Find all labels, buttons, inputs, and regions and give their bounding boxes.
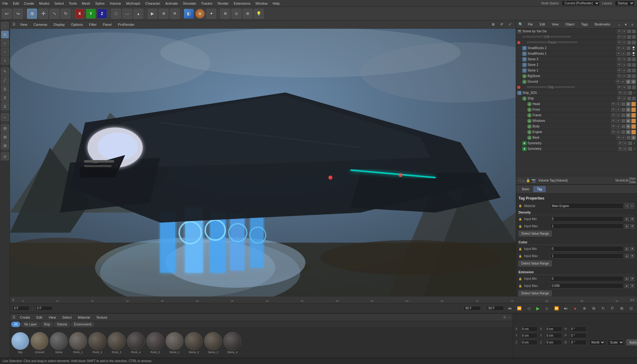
node-space-select[interactable]: Current (ProRender) bbox=[562, 1, 600, 6]
redo-btn[interactable]: ↪ bbox=[13, 9, 23, 19]
rp-tab-edit[interactable]: Edit bbox=[537, 22, 547, 27]
material-arrow-right[interactable]: ▷ bbox=[630, 203, 635, 209]
rend-icon-front[interactable]: ● bbox=[616, 108, 621, 112]
view-cube-btn[interactable]: ◧ bbox=[184, 9, 194, 19]
attr-tab-basic[interactable]: Basic bbox=[518, 186, 533, 192]
obj-row-back[interactable]: △Back👁●▦ bbox=[516, 135, 637, 141]
vp-layout-btn[interactable]: ⊞ bbox=[490, 22, 496, 27]
rend-icon-scene[interactable]: ● bbox=[622, 29, 626, 34]
spinner-up-2[interactable]: ▲ bbox=[625, 224, 629, 228]
menu-item-render[interactable]: Render bbox=[217, 2, 229, 5]
left-tool-layer1[interactable]: ▤ bbox=[1, 124, 9, 132]
coord-y-input[interactable] bbox=[520, 333, 537, 338]
rend-icon-vdb_sep[interactable]: ● bbox=[622, 35, 626, 39]
vt-panel[interactable]: Panel bbox=[101, 22, 114, 27]
spinner-down-1[interactable]: ▼ bbox=[630, 217, 635, 221]
spinner-down-5[interactable]: ▼ bbox=[630, 277, 635, 281]
spinner-down-6[interactable]: ▼ bbox=[630, 284, 635, 288]
attr-userdata-tab[interactable]: User Data bbox=[630, 177, 635, 183]
menu-item-spline[interactable]: Spline bbox=[95, 2, 105, 5]
rotate-tool-btn[interactable]: ↻ bbox=[61, 9, 71, 19]
coord-b-input[interactable] bbox=[570, 340, 587, 345]
vt-prorender[interactable]: ProRender bbox=[116, 22, 136, 27]
axis-x-btn[interactable]: X bbox=[75, 9, 85, 19]
tl-prev-frame[interactable]: ◁ bbox=[525, 305, 532, 312]
rp-tab-bookmarks[interactable]: Bookmarks bbox=[592, 22, 613, 27]
rend-icon-head[interactable]: ● bbox=[616, 102, 621, 106]
detect-range-btn-3[interactable]: Detect Value Range bbox=[518, 290, 552, 296]
tl-record[interactable]: ● bbox=[572, 305, 579, 312]
emission-input-min-field[interactable] bbox=[550, 276, 623, 281]
start-frame-input[interactable] bbox=[35, 306, 53, 311]
emission-input-max-field[interactable] bbox=[550, 283, 623, 288]
obj-row-vdb_sep[interactable]: =========== VDB ===========👁● bbox=[516, 34, 637, 40]
mat-menu-icon[interactable]: ☰ bbox=[12, 315, 16, 319]
vis-icon-ship_sep[interactable]: 👁 bbox=[617, 85, 621, 90]
settings-btn[interactable]: ⚙ bbox=[243, 9, 253, 19]
rend-icon-ship_null[interactable]: ● bbox=[622, 96, 626, 101]
menu-item-window[interactable]: Window bbox=[255, 2, 267, 5]
render-btn[interactable]: ▶ bbox=[147, 9, 157, 19]
menu-item-create[interactable]: Create bbox=[24, 2, 34, 5]
attr-mode-tab[interactable]: Mode bbox=[616, 177, 622, 183]
menu-item-file[interactable]: File bbox=[2, 2, 8, 5]
input-min-field-1[interactable] bbox=[550, 216, 623, 222]
menu-item-edit[interactable]: Edit bbox=[13, 2, 19, 5]
menu-item-character[interactable]: Character bbox=[145, 2, 160, 5]
vis-icon-symmetry2[interactable]: 👁 bbox=[618, 147, 622, 151]
obj-row-symmetry2[interactable]: ◈Symmetry👁●✓ bbox=[516, 146, 637, 152]
vt-cameras[interactable]: Cameras bbox=[32, 22, 49, 27]
coord-y2-input[interactable] bbox=[545, 333, 562, 338]
left-tool-layer3[interactable]: ▤ bbox=[1, 141, 9, 150]
attr-nav-camera[interactable]: 📷 bbox=[532, 178, 536, 182]
mat-edit[interactable]: Edit bbox=[35, 315, 44, 320]
coord-p-input[interactable] bbox=[570, 333, 587, 338]
tl-timeline-btn[interactable]: ⊞ bbox=[618, 305, 625, 312]
mat-texture[interactable]: Texture bbox=[94, 315, 109, 320]
vt-display[interactable]: Display bbox=[52, 22, 67, 27]
obj-row-symmetry1[interactable]: ◈Symmetry👁●✓ bbox=[516, 141, 637, 146]
attr-nav-back[interactable]: ◁ bbox=[518, 178, 521, 182]
obj-row-body[interactable]: △Body👁●▦ bbox=[516, 124, 637, 129]
vis-icon-stone3[interactable]: 👁 bbox=[617, 57, 621, 62]
axis-z-btn[interactable]: Z bbox=[97, 9, 107, 19]
obj-row-ship_sep[interactable]: =========== Ship ===========👁● bbox=[516, 85, 637, 90]
rend-icon-planet_sep[interactable]: ● bbox=[622, 40, 626, 45]
end-frame-input1[interactable] bbox=[464, 306, 481, 311]
left-tool-s2[interactable]: S bbox=[1, 94, 9, 102]
vis-icon-head[interactable]: 👁 bbox=[611, 102, 616, 106]
color-input-max-field[interactable] bbox=[550, 253, 623, 259]
mat-filter-all[interactable]: All bbox=[11, 322, 20, 327]
render-settings-btn[interactable]: ⚙ bbox=[170, 9, 180, 19]
mat-swatch-rock_2[interactable]: Rock_2 bbox=[88, 332, 106, 354]
spinner-down-4[interactable]: ▼ bbox=[630, 254, 635, 258]
rend-icon-windows[interactable]: ● bbox=[616, 119, 621, 123]
obj-row-stone1[interactable]: ⬡Stone 1👁● bbox=[516, 68, 637, 73]
rend-icon-back[interactable]: ● bbox=[621, 136, 626, 140]
vis-icon-stone2[interactable]: 👁 bbox=[617, 63, 621, 67]
vis-icon-frame[interactable]: 👁 bbox=[611, 113, 616, 117]
mat-swatch-stone_3[interactable]: Stone_3 bbox=[204, 332, 222, 354]
undo-btn[interactable]: ↩ bbox=[2, 9, 12, 19]
obj-row-planet_sep[interactable]: =========== Planet ===========👁● bbox=[516, 40, 637, 45]
spinner-up-3[interactable]: ▲ bbox=[625, 247, 629, 251]
tl-key-scale[interactable]: ↻ bbox=[600, 305, 607, 312]
mat-filter-nolayer[interactable]: No Layer bbox=[21, 322, 40, 327]
vis-icon-planet_sep[interactable]: 👁 bbox=[617, 40, 621, 45]
coord-scale-select[interactable]: Scale bbox=[608, 339, 624, 345]
rend-icon-smallrocks1[interactable]: ● bbox=[621, 52, 626, 56]
rp-tab-file[interactable]: File bbox=[525, 22, 535, 27]
material-value[interactable]: Main Engine bbox=[550, 203, 623, 209]
mat-view[interactable]: View bbox=[47, 315, 58, 320]
left-tool-curve[interactable]: S bbox=[1, 85, 9, 93]
mat-swatch-stone_4[interactable]: Stone_4 bbox=[223, 332, 241, 354]
rend-icon-symmetry2[interactable]: ● bbox=[623, 147, 627, 151]
rp-search-icon[interactable]: ⌕ bbox=[616, 22, 622, 27]
left-tool-ring[interactable]: ◎ bbox=[1, 152, 9, 160]
menu-item-mograph[interactable]: MoGraph bbox=[126, 2, 140, 5]
menu-item-select[interactable]: Select bbox=[54, 2, 64, 5]
rend-icon-frame[interactable]: ● bbox=[616, 113, 621, 117]
spinner-down-2[interactable]: ▼ bbox=[630, 224, 635, 228]
rp-filter-icon[interactable]: ▼ bbox=[623, 22, 629, 27]
spinner-up-6[interactable]: ▲ bbox=[625, 284, 629, 288]
